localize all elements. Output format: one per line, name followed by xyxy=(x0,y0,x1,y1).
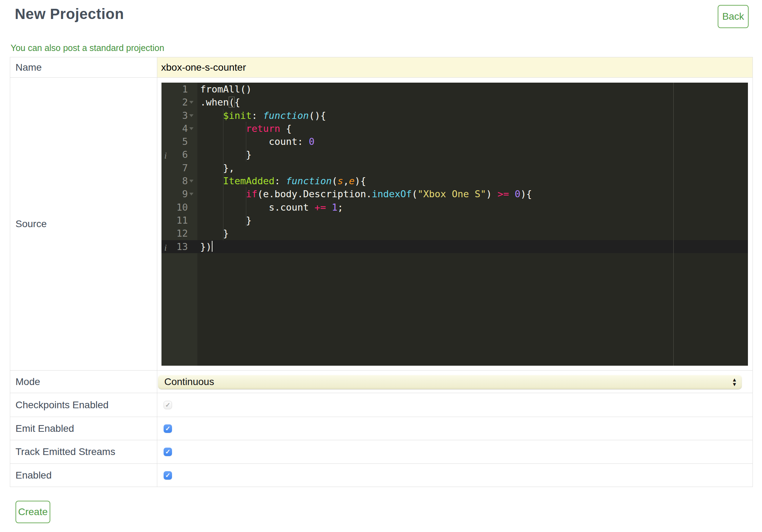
name-label: Name xyxy=(10,57,157,77)
enabled-label: Enabled xyxy=(10,464,157,487)
source-label: Source xyxy=(10,78,157,370)
checkpoints-enabled-checkbox[interactable]: ✓ xyxy=(164,401,172,409)
line-number: 7 xyxy=(182,161,188,174)
info-annotation-icon: i xyxy=(164,241,167,254)
form-row-emit-enabled: Emit Enabled ✓ xyxy=(10,417,753,440)
code-line-3: 3 $init: function(){ xyxy=(161,109,748,122)
line-number: 8 xyxy=(182,174,188,187)
code-line-8: 8 ItemAdded: function(s,e){ xyxy=(161,174,748,187)
code-line-6: i6 } xyxy=(161,148,748,161)
code-line-7: 7 }, xyxy=(161,161,748,174)
form-row-enabled: Enabled ✓ xyxy=(10,464,753,487)
name-input[interactable]: xbox-one-s-counter xyxy=(157,57,753,77)
line-number: 9 xyxy=(182,187,188,200)
fold-arrow-icon[interactable] xyxy=(189,114,193,117)
info-annotation-icon: i xyxy=(164,149,167,162)
line-number: 1 xyxy=(182,83,188,96)
code-line-10: 10 s.count += 1; xyxy=(161,201,748,214)
create-button[interactable]: Create xyxy=(15,501,50,523)
line-number: 2 xyxy=(182,96,188,109)
code-line-12: 12 } xyxy=(161,227,748,240)
mode-label: Mode xyxy=(10,371,157,393)
enabled-checkbox[interactable]: ✓ xyxy=(164,471,172,480)
chevron-down-icon: ▼ xyxy=(732,382,737,386)
line-number: 10 xyxy=(176,201,188,214)
code-line-1: 1fromAll() xyxy=(161,83,748,96)
code-line-2: 2.when({ xyxy=(161,96,748,109)
fold-arrow-icon[interactable] xyxy=(189,193,193,196)
code-line-4: 4 return { xyxy=(161,122,748,135)
track-emitted-streams-label: Track Emitted Streams xyxy=(10,440,157,463)
checkpoints-enabled-label: Checkpoints Enabled xyxy=(10,393,157,417)
line-number: 4 xyxy=(182,122,188,135)
standard-projection-link[interactable]: You can also post a standard projection xyxy=(11,43,164,53)
editor-lines: 1fromAll()2.when({3 $init: function(){4 … xyxy=(161,83,748,253)
track-emitted-streams-checkbox[interactable]: ✓ xyxy=(164,448,172,456)
form-row-checkpoints-enabled: Checkpoints Enabled ✓ xyxy=(10,393,753,417)
text-cursor xyxy=(212,241,212,252)
line-number: 5 xyxy=(182,135,188,148)
projection-form: Name xbox-one-s-counter Source 1fromAll(… xyxy=(10,57,753,487)
form-row-source: Source 1fromAll()2.when({3 $init: functi… xyxy=(10,78,753,371)
code-line-11: 11 } xyxy=(161,214,748,227)
select-stepper-icon: ▲ ▼ xyxy=(732,377,737,386)
mode-select[interactable]: Continuous ▲ ▼ xyxy=(158,374,742,389)
fold-arrow-icon[interactable] xyxy=(189,180,193,182)
print-margin-line xyxy=(673,83,674,366)
page-title: New Projection xyxy=(15,6,124,23)
code-line-5: 5 count: 0 xyxy=(161,135,748,148)
back-button[interactable]: Back xyxy=(718,5,749,28)
line-number: 3 xyxy=(182,109,188,122)
code-line-13: i13}) xyxy=(161,240,748,253)
form-row-mode: Mode Continuous ▲ ▼ xyxy=(10,371,753,393)
line-number: 12 xyxy=(176,227,188,240)
line-number: 13 xyxy=(176,240,188,253)
code-line-9: 9 if(e.body.Description.indexOf("Xbox On… xyxy=(161,187,748,200)
line-number: 11 xyxy=(176,214,188,227)
emit-enabled-label: Emit Enabled xyxy=(10,417,157,440)
fold-arrow-icon[interactable] xyxy=(189,101,193,104)
form-row-name: Name xbox-one-s-counter xyxy=(10,57,753,78)
line-number: 6 xyxy=(182,148,188,161)
emit-enabled-checkbox[interactable]: ✓ xyxy=(164,424,172,433)
fold-arrow-icon[interactable] xyxy=(189,127,193,130)
mode-select-value: Continuous xyxy=(164,376,214,387)
source-code-editor[interactable]: 1fromAll()2.when({3 $init: function(){4 … xyxy=(161,83,748,366)
form-row-track-emitted-streams: Track Emitted Streams ✓ xyxy=(10,440,753,464)
